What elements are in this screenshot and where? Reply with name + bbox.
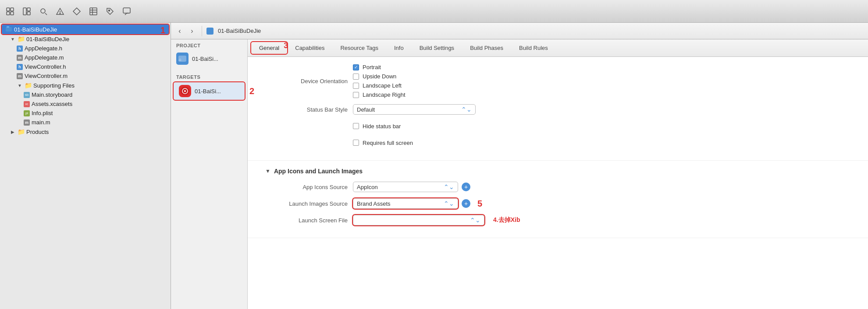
- status-bar-style-row: Status Bar Style Default ⌃⌄: [265, 103, 850, 116]
- launch-images-source-select[interactable]: Brand Assets ⌃⌄: [353, 198, 458, 209]
- assets-label: Assets.xcassets: [32, 101, 72, 107]
- h-file-icon-vc: h: [17, 64, 23, 70]
- appdelegate-h-label: AppDelegate.h: [25, 45, 62, 52]
- section-disclosure-icons[interactable]: ▼: [265, 168, 270, 174]
- nav-back-button[interactable]: ‹: [174, 26, 185, 36]
- tab-resource-tags[interactable]: Resource Tags: [332, 42, 386, 54]
- svg-rect-11: [90, 8, 97, 15]
- select-arrow-app-icons: ⌃⌄: [444, 183, 454, 190]
- sidebar-item-appdelegate-m[interactable]: m AppDelegate.m: [0, 53, 171, 62]
- landscape-right-row: Landscape Right: [353, 91, 406, 98]
- infoplist-label: Info.plist: [32, 110, 53, 116]
- select-arrow-status: ⌃⌄: [461, 106, 472, 113]
- svg-rect-16: [123, 8, 130, 13]
- app-icons-add-button[interactable]: +: [462, 183, 470, 191]
- disclosure-products[interactable]: ▶: [10, 129, 16, 135]
- portrait-row: Portrait: [353, 64, 406, 70]
- svg-rect-17: [6, 27, 12, 32]
- disclosure-supporting[interactable]: ▼: [17, 82, 23, 88]
- sidebar-item-supporting-files[interactable]: ▼ 📁 Supporting Files: [0, 81, 171, 90]
- hide-status-bar-checkbox[interactable]: [353, 123, 359, 129]
- portrait-checkbox[interactable]: [353, 64, 359, 70]
- upside-down-checkbox[interactable]: [353, 74, 359, 80]
- plist-icon: pl: [24, 110, 30, 116]
- svg-line-8: [45, 13, 47, 15]
- sidebar-item-products[interactable]: ▶ 📁 Products: [0, 127, 171, 137]
- app-icons-section-label: App Icons and Launch Images: [274, 168, 363, 175]
- launch-screen-file-select[interactable]: ⌃⌄: [353, 215, 484, 225]
- file-navigator: 01-BaiSiBuDeJie 1 ▼ 📁 01-BaiSiBuDeJie h …: [0, 23, 171, 309]
- svg-rect-1: [11, 8, 14, 11]
- device-orientation-value: Portrait Upside Down Landscape Left: [353, 64, 850, 98]
- sidebar-item-viewcontroller-h[interactable]: h ViewController.h: [0, 62, 171, 71]
- target-item-label: 01-BaiSi...: [195, 88, 221, 95]
- warning-icon[interactable]: [55, 7, 65, 16]
- svg-point-15: [109, 10, 110, 11]
- hide-status-bar-value: Hide status bar: [353, 123, 850, 130]
- layout-icon[interactable]: [22, 7, 32, 16]
- requires-full-screen-row: Requires full screen: [265, 137, 850, 149]
- annotation-5: 5: [477, 199, 482, 209]
- hide-status-bar-label: Hide status bar: [363, 123, 401, 130]
- appdelegate-m-label: AppDelegate.m: [25, 54, 64, 61]
- disclosure-arrow-main[interactable]: ▼: [10, 36, 16, 42]
- select-arrow-launch-images: ⌃⌄: [444, 200, 454, 207]
- storyboard-icon: sb: [24, 92, 30, 98]
- sidebar-item-project-root[interactable]: 01-BaiSiBuDeJie 1: [2, 25, 169, 34]
- launch-images-source-row: Launch Images Source Brand Assets ⌃⌄ + 5: [265, 197, 850, 210]
- landscape-left-row: Landscape Left: [353, 82, 406, 89]
- sidebar-item-appdelegate-h[interactable]: h AppDelegate.h: [0, 44, 171, 53]
- detail-panel: General Capabilities 3 Resource Tags Inf…: [248, 39, 868, 309]
- app-icons-source-select[interactable]: AppIcon ⌃⌄: [353, 182, 458, 192]
- tab-capabilities[interactable]: Capabilities 3: [287, 42, 332, 54]
- svg-point-7: [41, 9, 45, 13]
- target-item-baisibude[interactable]: 01-BaiSi... 2: [174, 82, 245, 100]
- comment-icon[interactable]: [122, 7, 132, 16]
- project-item-baisibude[interactable]: ⌂ 01-BaiSi...: [171, 50, 247, 67]
- svg-point-23: [184, 90, 186, 92]
- annotation-2: 2: [249, 86, 254, 96]
- tag-icon[interactable]: [105, 7, 115, 16]
- tab-build-rules[interactable]: Build Rules: [511, 42, 556, 54]
- upside-down-row: Upside Down: [353, 73, 406, 80]
- status-bar-style-label: Status Bar Style: [265, 106, 353, 113]
- xcassets-icon: xc: [24, 101, 30, 107]
- select-arrow-launch-screen: ⌃⌄: [470, 217, 480, 224]
- hide-status-bar-row: Hide status bar: [265, 120, 850, 132]
- sidebar-item-viewcontroller-m[interactable]: m ViewController.m: [0, 71, 171, 81]
- requires-full-screen-value: Requires full screen: [353, 140, 850, 146]
- main-storyboard-label: Main.storyboard: [32, 91, 72, 98]
- launch-images-source-value: Brand Assets ⌃⌄ + 5: [353, 198, 850, 209]
- search-icon[interactable]: [39, 7, 48, 16]
- tab-info[interactable]: Info: [386, 42, 412, 54]
- status-bar-style-select[interactable]: Default ⌃⌄: [353, 104, 476, 115]
- products-label: Products: [26, 129, 49, 135]
- tab-build-phases[interactable]: Build Phases: [462, 42, 511, 54]
- requires-full-screen-checkbox[interactable]: [353, 140, 359, 146]
- project-panel: PROJECT ⌂ 01-BaiSi... TARGETS 01-BaiSi..…: [171, 39, 248, 309]
- annotation-1: 1: [160, 25, 165, 35]
- landscape-left-checkbox[interactable]: [353, 83, 359, 89]
- nav-forward-button[interactable]: ›: [187, 26, 197, 36]
- svg-rect-3: [11, 12, 14, 15]
- targets-section-header: TARGETS: [171, 71, 247, 81]
- sidebar-item-folder-main[interactable]: ▼ 📁 01-BaiSiBuDeJie: [0, 34, 171, 44]
- diamond-icon[interactable]: [72, 7, 82, 16]
- launch-images-add-button[interactable]: +: [462, 199, 470, 208]
- sidebar-item-main-m[interactable]: m main.m: [0, 118, 171, 127]
- landscape-right-checkbox[interactable]: [353, 92, 359, 98]
- sidebar-item-main-storyboard[interactable]: sb Main.storyboard: [0, 90, 171, 99]
- app-icons-source-value: AppIcon ⌃⌄ +: [353, 182, 850, 192]
- sidebar-item-assets[interactable]: xc Assets.xcassets: [0, 99, 171, 109]
- m-file-icon-main: m: [24, 119, 30, 126]
- sidebar-item-infoplist[interactable]: pl Info.plist: [0, 109, 171, 118]
- grid-icon[interactable]: [5, 7, 15, 16]
- table-icon[interactable]: [89, 7, 98, 16]
- detail-content: Device Orientation Portrait U: [248, 57, 868, 309]
- nav-bar: ‹ › 01-BaiSiBuDeJie: [171, 23, 868, 39]
- content-area: 01-BaiSiBuDeJie 1 ▼ 📁 01-BaiSiBuDeJie h …: [0, 23, 868, 309]
- status-bar-style-value: Default ⌃⌄: [353, 104, 850, 115]
- viewcontroller-m-label: ViewController.m: [25, 73, 68, 79]
- tab-general[interactable]: General: [251, 42, 287, 54]
- tab-build-settings[interactable]: Build Settings: [412, 42, 462, 54]
